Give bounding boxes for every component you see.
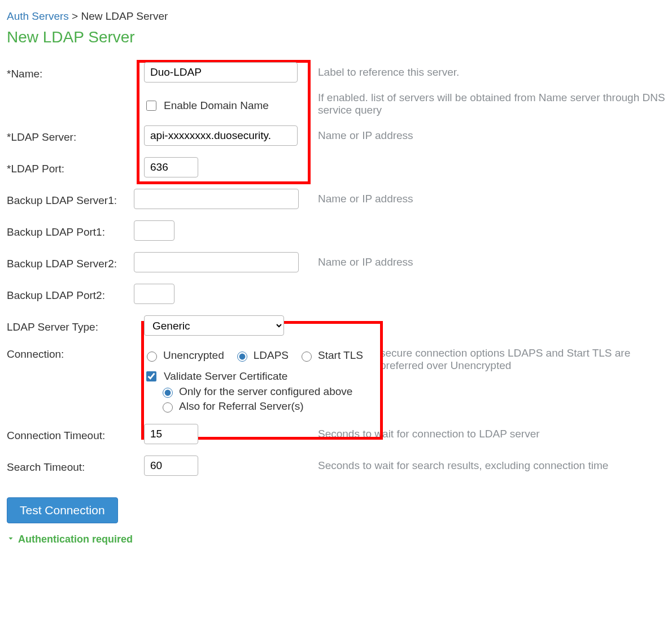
breadcrumb-current: New LDAP Server <box>81 10 168 22</box>
enable-domain-checkbox[interactable] <box>146 101 156 111</box>
bk1-port-input[interactable] <box>134 220 174 241</box>
bk2-server-help: Name or IP address <box>315 256 665 268</box>
connection-label: Connection: <box>7 345 134 361</box>
cert-scope-only-label: Only for the server configured above <box>179 385 352 398</box>
bk1-server-input[interactable] <box>134 189 299 209</box>
connection-unencrypted-radio[interactable] <box>147 352 157 362</box>
connection-starttls-radio[interactable] <box>302 352 312 362</box>
validate-cert-label: Validate Server Certificate <box>164 370 287 383</box>
name-help: Label to reference this server. <box>315 66 665 79</box>
auth-required-label: Authentication required <box>18 533 133 545</box>
name-input[interactable] <box>144 62 298 83</box>
validate-cert-checkbox[interactable] <box>146 371 156 381</box>
conn-timeout-help: Seconds to wait for connection to LDAP s… <box>315 428 665 440</box>
bk2-port-input[interactable] <box>134 284 174 304</box>
conn-timeout-label: Connection Timeout: <box>7 426 134 442</box>
conn-timeout-input[interactable] <box>144 424 198 444</box>
server-type-select[interactable]: Generic <box>144 315 284 336</box>
breadcrumb: Auth Servers > New LDAP Server <box>7 10 665 23</box>
connection-ldaps-radio[interactable] <box>237 352 247 362</box>
breadcrumb-sep: > <box>72 10 78 22</box>
search-timeout-input[interactable] <box>144 456 198 476</box>
ldap-server-label: *LDAP Server: <box>7 128 134 144</box>
bk2-server-label: Backup LDAP Server2: <box>7 254 134 270</box>
enable-domain-help: If enabled. list of servers will be obta… <box>315 92 665 116</box>
bk1-server-label: Backup LDAP Server1: <box>7 191 134 207</box>
cert-scope-referral-label: Also for Referral Server(s) <box>179 400 304 413</box>
cert-scope-only-radio[interactable] <box>163 388 173 398</box>
connection-unencrypted-label: Unencrypted <box>163 349 224 362</box>
connection-help: secure connection options LDAPS and Star… <box>377 345 665 372</box>
server-type-label: LDAP Server Type: <box>7 318 134 333</box>
search-timeout-label: Search Timeout: <box>7 458 134 474</box>
connection-ldaps-label: LDAPS <box>254 349 289 362</box>
ldap-server-input[interactable] <box>144 125 298 146</box>
enable-domain-label: Enable Domain Name <box>164 99 269 112</box>
ldap-port-label: *LDAP Port: <box>7 159 134 175</box>
ldap-port-input[interactable] <box>144 157 198 177</box>
name-label: *Name: <box>7 64 134 80</box>
cert-scope-referral-radio[interactable] <box>163 402 173 413</box>
connection-starttls-label: Start TLS <box>318 349 363 362</box>
test-connection-button[interactable]: Test Connection <box>7 497 118 523</box>
bk2-port-label: Backup LDAP Port2: <box>7 286 134 302</box>
breadcrumb-parent-link[interactable]: Auth Servers <box>7 10 69 22</box>
bk1-port-label: Backup LDAP Port1: <box>7 223 134 238</box>
bk2-server-input[interactable] <box>134 252 299 272</box>
page-title: New LDAP Server <box>7 28 665 46</box>
search-timeout-help: Seconds to wait for search results, excl… <box>315 459 665 472</box>
ldap-server-help: Name or IP address <box>315 129 665 142</box>
chevron-down-icon <box>7 533 15 545</box>
bk1-server-help: Name or IP address <box>315 193 665 205</box>
auth-required-toggle[interactable]: Authentication required <box>7 533 665 545</box>
